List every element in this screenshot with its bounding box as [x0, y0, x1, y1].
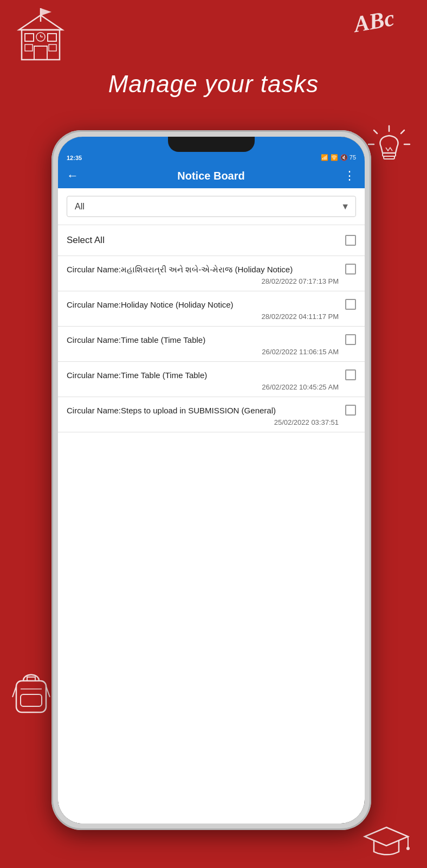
svg-rect-5: [25, 34, 34, 41]
dropdown-container: All Holiday Notice Time Table General ▼: [58, 188, 365, 225]
phone-screen: 12:35 📶 🛜 🔇 75 ← Notice Board ⋮: [58, 137, 365, 824]
wifi-icon: 🛜: [331, 154, 338, 161]
notice-checkbox[interactable]: [345, 299, 356, 310]
notice-content: Circular Name:મહાશિવરાત્રી અને શબે-એ-મેર…: [67, 264, 345, 285]
notice-date: 25/02/2022 03:37:51: [67, 418, 339, 426]
svg-rect-20: [21, 694, 42, 706]
backpack-icon: [8, 667, 54, 716]
status-icons: 📶 🛜 🔇 75: [321, 154, 356, 161]
svg-rect-4: [34, 46, 47, 60]
dropdown-wrapper[interactable]: All Holiday Notice Time Table General ▼: [67, 196, 356, 217]
status-time: 12:35: [67, 155, 82, 161]
select-all-checkbox[interactable]: [345, 235, 356, 246]
notice-date: 26/02/2022 11:06:15 AM: [67, 348, 339, 356]
notice-content: Circular Name:Steps to upload in SUBMISS…: [67, 405, 345, 426]
svg-marker-1: [41, 8, 51, 16]
back-button[interactable]: ←: [67, 169, 79, 183]
phone-frame: 12:35 📶 🛜 🔇 75 ← Notice Board ⋮: [51, 130, 371, 830]
select-all-label: Select All: [67, 235, 105, 246]
notice-name: Circular Name:Time table (Time Table): [67, 335, 205, 344]
notice-date: 28/02/2022 07:17:13 PM: [67, 277, 339, 285]
content-area: All Holiday Notice Time Table General ▼ …: [58, 188, 365, 824]
notice-name: Circular Name:Steps to upload in SUBMISS…: [67, 406, 276, 415]
notice-list: Select All Circular Name:મહાશિવરાત્રી અન…: [58, 225, 365, 824]
select-all-row[interactable]: Select All: [58, 225, 365, 256]
menu-button[interactable]: ⋮: [344, 169, 356, 183]
signal-icon: 📶: [321, 154, 328, 161]
school-icon: [11, 5, 70, 65]
notice-checkbox[interactable]: [345, 264, 356, 275]
page-title: Manage your tasks: [0, 71, 427, 98]
lightbulb-icon: [367, 125, 411, 168]
list-item[interactable]: Circular Name:મહાશિવરાત્રી અને શબે-એ-મેર…: [58, 256, 365, 291]
svg-rect-6: [48, 34, 56, 41]
notice-content: Circular Name:Time Table (Time Table) 26…: [67, 369, 345, 391]
list-item[interactable]: Circular Name:Holiday Notice (Holiday No…: [58, 291, 365, 327]
notice-name: Circular Name:Time Table (Time Table): [67, 371, 207, 380]
graduation-cap-icon: [362, 825, 411, 860]
battery-text: 🔇 75: [340, 154, 356, 161]
notice-date: 28/02/2022 04:11:17 PM: [67, 312, 339, 321]
notice-name: Circular Name:Holiday Notice (Holiday No…: [67, 300, 234, 309]
notice-checkbox[interactable]: [345, 369, 356, 380]
svg-line-13: [401, 130, 404, 133]
header-title: Notice Board: [79, 170, 344, 182]
notice-content: Circular Name:Holiday Notice (Holiday No…: [67, 299, 345, 321]
app-header: ← Notice Board ⋮: [58, 163, 365, 188]
filter-dropdown[interactable]: All Holiday Notice Time Table General: [67, 196, 356, 217]
svg-rect-18: [384, 156, 394, 159]
phone-inner: 12:35 📶 🛜 🔇 75 ← Notice Board ⋮: [58, 137, 365, 824]
svg-point-26: [406, 847, 410, 850]
svg-line-15: [374, 130, 377, 133]
svg-rect-11: [49, 44, 56, 51]
list-item[interactable]: Circular Name:Steps to upload in SUBMISS…: [58, 397, 365, 432]
notice-content: Circular Name:Time table (Time Table) 26…: [67, 334, 345, 356]
notice-checkbox[interactable]: [345, 405, 356, 416]
list-item[interactable]: Circular Name:Time Table (Time Table) 26…: [58, 362, 365, 397]
svg-marker-24: [365, 827, 408, 846]
list-item[interactable]: Circular Name:Time table (Time Table) 26…: [58, 327, 365, 362]
notice-name: Circular Name:મહાશિવરાત્રી અને શબે-એ-મેર…: [67, 265, 293, 274]
phone-notch: [168, 137, 255, 152]
svg-rect-10: [25, 44, 33, 51]
abc-decoration: ABc: [352, 5, 397, 37]
notice-date: 26/02/2022 10:45:25 AM: [67, 383, 339, 391]
notice-checkbox[interactable]: [345, 334, 356, 345]
